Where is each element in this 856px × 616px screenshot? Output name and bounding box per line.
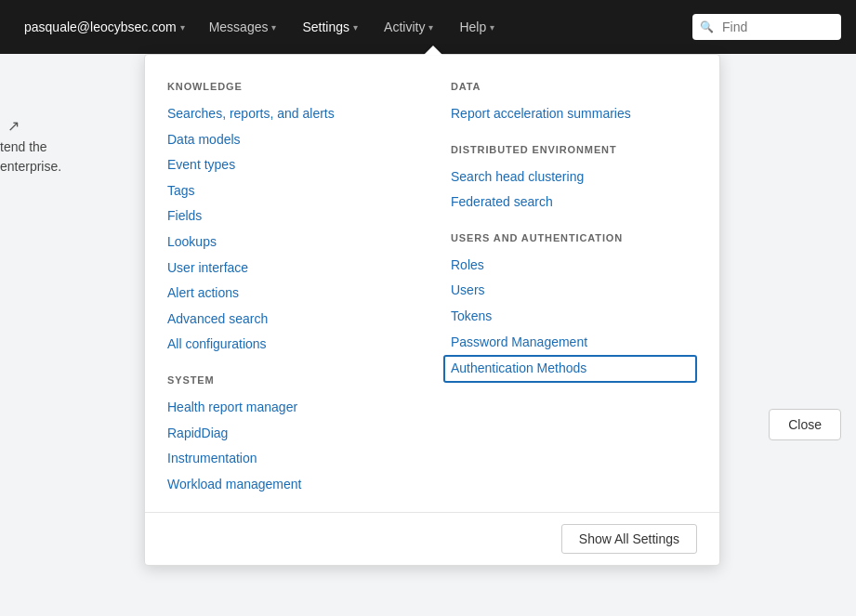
dropdown-body: KNOWLEDGE Searches, reports, and alerts … (145, 77, 719, 512)
nav-user-label: pasquale@leocybsec.com (24, 20, 177, 34)
nav-messages-label: Messages (209, 20, 269, 34)
link-tags[interactable]: Tags (167, 178, 414, 204)
nav-activity-label: Activity (384, 20, 425, 34)
user-caret-icon: ▾ (180, 22, 185, 33)
link-lookups[interactable]: Lookups (167, 229, 414, 256)
close-button[interactable]: Close (769, 409, 841, 440)
knowledge-section-label: KNOWLEDGE (167, 81, 414, 92)
link-advanced-search[interactable]: Advanced search (167, 307, 414, 333)
settings-caret-icon: ▾ (353, 22, 358, 33)
data-section-label: DATA (451, 81, 697, 92)
link-all-configurations[interactable]: All configurations (167, 332, 414, 358)
nav-messages[interactable]: Messages ▾ (198, 12, 288, 42)
link-fields[interactable]: Fields (167, 203, 414, 229)
show-all-settings-button[interactable]: Show All Settings (561, 524, 697, 554)
page-text-line1: tend the (0, 138, 61, 157)
link-rapiddiag[interactable]: RapidDiag (167, 421, 414, 447)
nav-settings-label: Settings (302, 20, 349, 34)
page-text-line2: enterprise. (0, 157, 61, 177)
link-federated-search[interactable]: Federated search (451, 190, 697, 216)
expand-icon: ↗ (7, 117, 20, 135)
messages-caret-icon: ▾ (271, 22, 276, 33)
dropdown-arrow (424, 46, 442, 55)
col-left: KNOWLEDGE Searches, reports, and alerts … (167, 77, 414, 497)
link-workload-management[interactable]: Workload management (167, 472, 414, 498)
nav-help-label: Help (459, 20, 486, 34)
nav-help[interactable]: Help ▾ (448, 12, 506, 42)
link-searches-reports-alerts[interactable]: Searches, reports, and alerts (167, 101, 414, 127)
link-password-management[interactable]: Password Management (451, 330, 697, 356)
link-health-report-manager[interactable]: Health report manager (167, 395, 414, 421)
search-input[interactable] (692, 14, 841, 40)
help-caret-icon: ▾ (490, 22, 494, 33)
activity-caret-icon: ▾ (428, 22, 433, 33)
link-users[interactable]: Users (451, 278, 697, 304)
distributed-section-label: DISTRIBUTED ENVIRONMENT (451, 144, 697, 155)
link-data-models[interactable]: Data models (167, 127, 414, 153)
users-section-label: USERS AND AUTHENTICATION (451, 232, 697, 243)
link-instrumentation[interactable]: Instrumentation (167, 446, 414, 472)
link-roles[interactable]: Roles (451, 253, 697, 279)
link-search-head-clustering[interactable]: Search head clustering (451, 164, 697, 190)
dropdown-footer: Show All Settings (145, 512, 719, 565)
search-wrapper (692, 14, 841, 40)
settings-dropdown: KNOWLEDGE Searches, reports, and alerts … (144, 54, 720, 566)
link-report-acceleration-summaries[interactable]: Report acceleration summaries (451, 101, 697, 127)
nav-activity[interactable]: Activity ▾ (373, 12, 444, 42)
link-authentication-methods[interactable]: Authentication Methods (443, 355, 697, 383)
link-event-types[interactable]: Event types (167, 152, 414, 178)
col-right: DATA Report acceleration summaries DISTR… (451, 77, 697, 497)
link-user-interface[interactable]: User interface (167, 256, 414, 282)
link-alert-actions[interactable]: Alert actions (167, 281, 414, 307)
nav-settings[interactable]: Settings ▾ (291, 12, 369, 42)
link-tokens[interactable]: Tokens (451, 304, 697, 330)
system-section-label: SYSTEM (167, 374, 414, 386)
page-text: tend the enterprise. (0, 138, 61, 177)
nav-user[interactable]: pasquale@leocybsec.com ▾ (15, 12, 194, 42)
